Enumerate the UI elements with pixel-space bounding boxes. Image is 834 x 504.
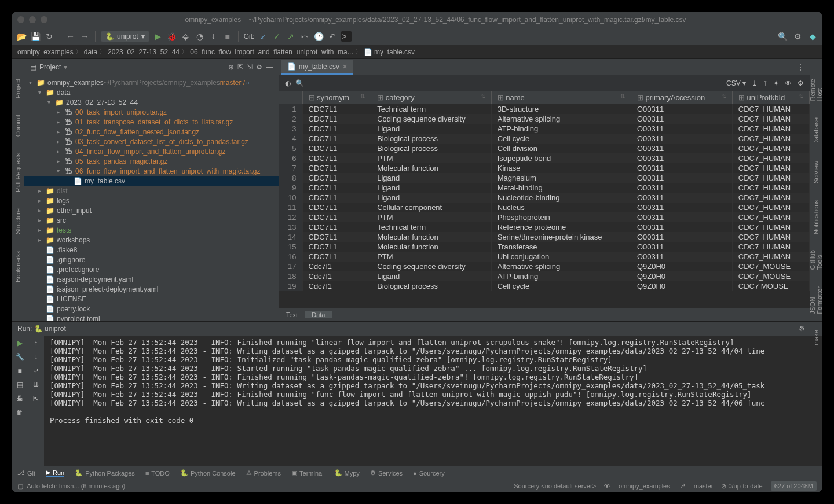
tree-item[interactable]: 📄.flake8 xyxy=(24,245,279,255)
table-row[interactable]: 6CDC7L1PTMIsopeptide bondO00311CDC7_HUMA… xyxy=(279,153,810,163)
tree-item[interactable]: 📄poetry.lock xyxy=(24,304,279,314)
run-icon[interactable]: ▶ xyxy=(153,31,163,42)
up-icon[interactable]: ↑ xyxy=(34,339,38,347)
toggle-icon[interactable]: ◐ xyxy=(285,79,291,87)
tool-pull-requests[interactable]: Pull Requests xyxy=(14,150,21,194)
locate-icon[interactable]: ⊕ xyxy=(228,63,234,71)
table-row[interactable]: 9CDC7L1LigandMetal-bindingO00311CDC7_HUM… xyxy=(279,183,810,193)
download-icon[interactable]: ⤓ xyxy=(752,79,758,87)
table-row[interactable]: 8CDC7L1LigandMagnesiumO00311CDC7_HUMAN xyxy=(279,173,810,183)
bottom-tab-problems[interactable]: ⚠Problems xyxy=(246,469,281,477)
column-primaryAccession[interactable]: ⊞ primaryAccession⇅ xyxy=(631,91,732,104)
git-commit-icon[interactable]: ✓ xyxy=(272,31,282,42)
tool-bookmarks[interactable]: Bookmarks xyxy=(14,248,21,285)
back-icon[interactable]: ← xyxy=(65,31,76,42)
filter-icon[interactable]: ⍑ xyxy=(763,79,767,87)
table-row[interactable]: 10CDC7L1LigandNucleotide-bindingO00311CD… xyxy=(279,193,810,203)
layout-icon[interactable]: ▤ xyxy=(17,381,23,389)
stop-icon[interactable]: ■ xyxy=(222,31,233,42)
tree-item[interactable]: ▸📁tests xyxy=(24,225,279,235)
open-icon[interactable]: 📂 xyxy=(16,31,27,42)
console-output[interactable]: [OMNIPY] Mon Feb 27 13:52:44 2023 - INFO… xyxy=(44,336,822,466)
tree-item[interactable]: ▸🗜04_linear_flow_import_and_flatten_unip… xyxy=(24,146,279,156)
git-clock-icon[interactable]: 🕐 xyxy=(313,31,324,42)
tree-item[interactable]: ▾🗜06_func_flow_import_and_flatten_unipro… xyxy=(24,166,279,176)
bottom-tab-services[interactable]: ⚙Services xyxy=(370,469,403,477)
run-config-selector[interactable]: 🐍 uniprot ▾ xyxy=(101,31,149,42)
tree-item[interactable]: 📄LICENSE xyxy=(24,294,279,304)
bottom-tab-todo[interactable]: ≡TODO xyxy=(145,470,170,477)
table-row[interactable]: 11CDC7L1Cellular componentNucleusO00311C… xyxy=(279,203,810,212)
table-row[interactable]: 15CDC7L1Molecular functionTransferaseO00… xyxy=(279,242,810,252)
csv-format-label[interactable]: CSV ▾ xyxy=(726,79,746,87)
text-tab[interactable]: Text xyxy=(279,311,305,318)
tool-remote-host[interactable]: Remote Host xyxy=(809,76,822,104)
breadcrumb-item[interactable]: omnipy_examples xyxy=(17,48,74,56)
gear-icon[interactable]: ⚙ xyxy=(799,325,805,333)
profile-icon[interactable]: ◔ xyxy=(195,31,205,42)
gear-icon[interactable]: ⚙ xyxy=(256,63,262,71)
save-icon[interactable]: 💾 xyxy=(30,31,41,42)
status-branch[interactable]: master xyxy=(694,483,714,490)
column-name[interactable]: ⊞ name⇅ xyxy=(491,91,631,104)
search-icon[interactable]: 🔍 xyxy=(777,31,788,42)
collapse-icon[interactable]: ⇲ xyxy=(247,63,253,71)
bottom-tab-sourcery[interactable]: ●Sourcery xyxy=(413,470,445,477)
project-tree[interactable]: ▾📁omnipy_examples ~/PycharmProjects/omni… xyxy=(24,75,279,321)
table-row[interactable]: 4CDC7L1Biological processCell cycleO0031… xyxy=(279,134,810,144)
eye-icon[interactable]: 👁 xyxy=(604,483,610,490)
sparkle-icon[interactable]: ✦ xyxy=(773,79,779,87)
git-update-icon[interactable]: ↙ xyxy=(258,31,268,42)
table-row[interactable]: 16CDC7L1PTMUbl conjugationO00311CDC7_HUM… xyxy=(279,252,810,262)
status-project[interactable]: omnipy_examples xyxy=(619,483,670,490)
tree-item[interactable]: ▸📁other_input xyxy=(24,205,279,215)
table-row[interactable]: 5CDC7L1Biological processCell divisionO0… xyxy=(279,144,810,153)
bottom-tab-python-console[interactable]: 🐍Python Console xyxy=(180,469,236,477)
bottom-tab-mypy[interactable]: 🐍Mypy xyxy=(334,469,360,477)
attach-icon[interactable]: ⤓ xyxy=(209,31,219,42)
tool-database[interactable]: Database xyxy=(813,115,820,147)
toolbox-icon[interactable]: ◆ xyxy=(807,31,818,42)
table-row[interactable]: 12CDC7L1PTMPhosphoproteinO00311CDC7_HUMA… xyxy=(279,212,810,222)
breadcrumb-item[interactable]: 2023_02_27-13_52_44 xyxy=(108,48,180,56)
tree-item[interactable]: ▾📁data xyxy=(24,87,279,97)
tree-item[interactable]: 📄.prefectignore xyxy=(24,264,279,274)
breadcrumb-item[interactable]: 📄 my_table.csv xyxy=(364,48,415,56)
tool-project[interactable]: Project xyxy=(14,76,21,101)
stop-icon[interactable]: ■ xyxy=(17,367,21,375)
debug-icon[interactable]: 🐞 xyxy=(167,31,177,42)
table-row[interactable]: 3CDC7L1LigandATP-bindingO00311CDC7_HUMAN xyxy=(279,124,810,134)
git-history-icon[interactable]: ⤺ xyxy=(299,31,310,42)
table-row[interactable]: 19Cdc7l1Biological processCell cycleQ9Z0… xyxy=(279,281,810,291)
tool-notifications[interactable]: Notifications xyxy=(813,197,820,237)
column-synomym[interactable]: ⊞ synomym⇅ xyxy=(302,91,371,104)
tree-item[interactable]: 📄isajson_prefect-deployment.yaml xyxy=(24,284,279,294)
wrap-icon[interactable]: ⤶ xyxy=(33,367,39,375)
status-sourcery[interactable]: Sourcery <no default server> xyxy=(514,483,596,490)
status-memory[interactable]: 627 of 2048M xyxy=(771,481,817,491)
tree-item[interactable]: 📄my_table.csv xyxy=(24,176,279,186)
column-category[interactable]: ⊞ category⇅ xyxy=(371,91,492,104)
tree-item[interactable]: ▸🗜03_task_convert_dataset_list_of_dicts_… xyxy=(24,137,279,146)
bottom-tab-terminal[interactable]: ▣Terminal xyxy=(291,469,324,477)
tool-make[interactable]: make xyxy=(813,328,820,348)
tree-item[interactable]: ▸🗜05_task_pandas_magic.tar.gz xyxy=(24,156,279,166)
git-push-icon[interactable]: ↗ xyxy=(286,31,296,42)
table-row[interactable]: 1CDC7L1Technical term3D-structureO00311C… xyxy=(279,104,810,115)
tree-item[interactable]: 📄.gitignore xyxy=(24,255,279,264)
tree-item[interactable]: 📄isajson-deployment.yaml xyxy=(24,274,279,284)
down-icon[interactable]: ↓ xyxy=(34,353,38,361)
hide-icon[interactable]: — xyxy=(266,63,273,71)
tree-item[interactable]: ▸🗜00_task_import_uniprot.tar.gz xyxy=(24,107,279,117)
coverage-icon[interactable]: ⬙ xyxy=(181,31,191,42)
forward-icon[interactable]: → xyxy=(79,31,90,42)
tree-item[interactable]: ▸🗜02_func_flow_flatten_nested_json.tar.g… xyxy=(24,127,279,137)
table-row[interactable]: 2CDC7L1Coding sequence diversityAlternat… xyxy=(279,114,810,124)
table-row[interactable]: 7CDC7L1Molecular functionKinaseO00311CDC… xyxy=(279,163,810,173)
breadcrumb-item[interactable]: data xyxy=(84,48,97,56)
eye-icon[interactable]: 👁 xyxy=(785,79,792,87)
wrench-icon[interactable]: 🔧 xyxy=(16,353,24,361)
tool-commit[interactable]: Commit xyxy=(14,112,21,139)
print-icon[interactable]: 🖶 xyxy=(16,395,23,403)
tool-github-tools[interactable]: GitHub Tools xyxy=(809,248,822,272)
